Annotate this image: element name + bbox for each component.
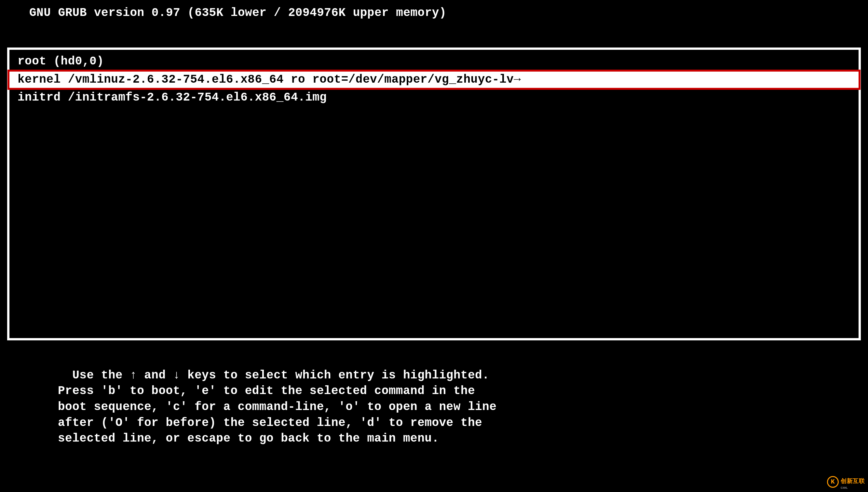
menu-line-kernel-text: kernel /vmlinuz-2.6.32-754.el6.x86_64 ro…	[18, 72, 521, 88]
grub-header: GNU GRUB version 0.97 (635K lower / 2094…	[0, 0, 868, 20]
watermark-text: 创新互联	[841, 478, 865, 485]
grub-instructions: Use the ↑ and ↓ keys to select which ent…	[0, 340, 868, 447]
grub-menu-box[interactable]: root (hd0,0) kernel /vmlinuz-2.6.32-754.…	[7, 48, 861, 340]
watermark-subtext: CXHL	[841, 487, 865, 490]
grub-title: GNU GRUB version 0.97 (635K lower / 2094…	[29, 6, 446, 20]
watermark: K 创新互联 CXHL	[827, 474, 865, 490]
menu-line-kernel-selected[interactable]: kernel /vmlinuz-2.6.32-754.el6.x86_64 ro…	[7, 70, 861, 90]
instructions-text: Use the ↑ and ↓ keys to select which ent…	[58, 369, 496, 445]
menu-line-root[interactable]: root (hd0,0)	[9, 54, 859, 70]
menu-line-initrd[interactable]: initrd /initramfs-2.6.32-754.el6.x86_64.…	[9, 90, 859, 106]
watermark-text-block: 创新互联 CXHL	[841, 474, 865, 490]
watermark-logo-icon: K	[827, 476, 839, 488]
